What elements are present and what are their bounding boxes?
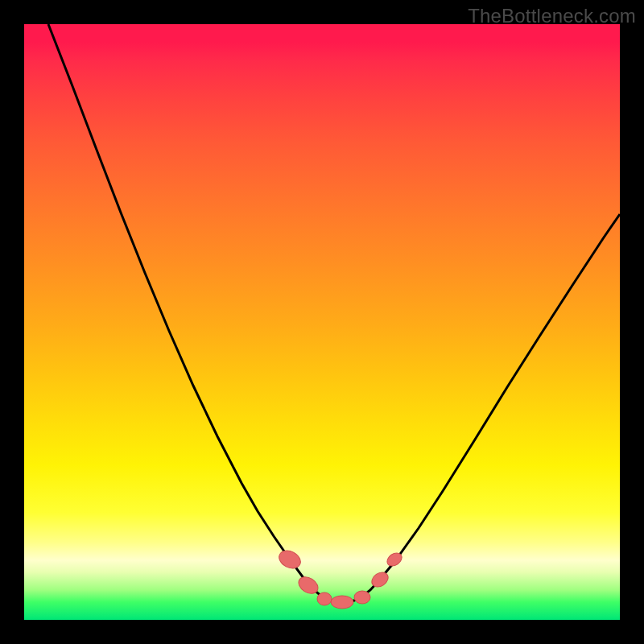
curve-markers-group	[276, 547, 404, 609]
marker-left-upper	[276, 547, 303, 572]
bottleneck-curve-path	[48, 24, 620, 602]
marker-flat-3	[354, 591, 370, 604]
bottleneck-chart-svg	[24, 24, 620, 620]
marker-flat-2	[331, 596, 353, 609]
marker-flat-1	[317, 592, 332, 605]
watermark-text: TheBottleneck.com	[468, 5, 636, 27]
